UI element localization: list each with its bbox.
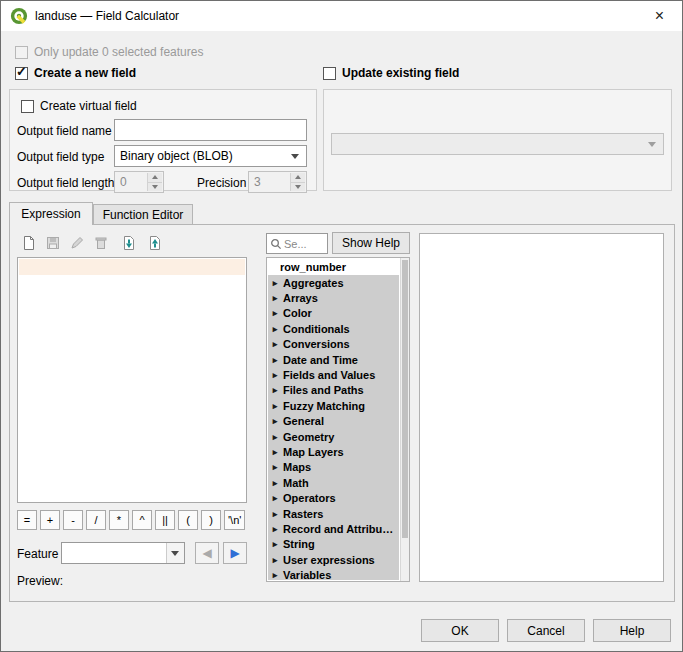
show-help-button[interactable]: Show Help [332,232,410,254]
group-expand-icon: ▸ [271,447,279,457]
group-expand-icon: ▸ [271,355,279,365]
function-group-item[interactable]: ▸ Operators [268,490,399,505]
new-expression-icon[interactable] [17,231,40,254]
function-group-item[interactable]: ▸ Aggregates [268,275,399,290]
function-group-item[interactable]: ▸ Arrays [268,290,399,305]
group-expand-icon: ▸ [271,478,279,488]
operator-button[interactable]: ( [178,510,198,530]
create-new-field-label: Create a new field [34,66,136,80]
operator-button[interactable]: * [109,510,129,530]
operator-button[interactable]: / [86,510,106,530]
checkbox-icon [15,46,28,59]
group-item-label: Rasters [283,508,323,520]
only-update-checkbox: Only update 0 selected features [15,45,203,59]
group-item-label: General [283,415,324,427]
operator-button[interactable]: = [17,510,37,530]
function-list: row_number ▸ Aggregates ▸ Arrays ▸ Color… [266,257,410,582]
function-group-item[interactable]: ▸ Date and Time [268,352,399,367]
group-expand-icon: ▸ [271,524,279,534]
spinner-buttons [147,173,162,191]
group-item-label: Math [283,477,309,489]
search-icon [270,238,282,250]
function-list-scrollbar[interactable] [400,258,409,581]
function-group-item[interactable]: ▸ Fields and Values [268,367,399,382]
next-feature-icon[interactable]: ▶ [223,542,247,564]
export-expressions-icon[interactable] [143,231,166,254]
group-item-label: Date and Time [283,354,358,366]
chevron-down-icon [291,154,299,159]
group-expand-icon: ▸ [271,293,279,303]
save-expression-icon [41,231,64,254]
function-group-item[interactable]: ▸ Variables [268,567,399,580]
expression-editor[interactable] [17,257,247,503]
prev-feature-icon: ◀ [195,542,219,564]
precision-value: 3 [254,175,261,189]
output-field-type-value: Binary object (BLOB) [120,149,233,163]
operator-button[interactable]: - [63,510,83,530]
ok-button[interactable]: OK [421,619,499,642]
operator-button[interactable]: + [40,510,60,530]
function-search[interactable] [266,233,328,254]
tab-function-editor[interactable]: Function Editor [93,204,193,225]
operator-button[interactable]: ^ [132,510,152,530]
group-item-label: Operators [283,492,336,504]
update-existing-field-checkbox[interactable]: Update existing field [323,66,459,80]
function-group-item[interactable]: ▸ Color [268,306,399,321]
editor-current-line [19,259,245,275]
group-item-label: Maps [283,461,311,473]
output-field-length-value: 0 [120,175,127,189]
edit-expression-icon [65,231,88,254]
group-item-label: Aggregates [283,277,344,289]
function-group-item[interactable]: ▸ Conditionals [268,321,399,336]
only-update-label: Only update 0 selected features [34,45,203,59]
checkbox-icon [21,100,34,113]
function-help-panel [419,233,664,582]
operator-row: =+-/*^||()'\n' [17,510,255,530]
function-group-item[interactable]: ▸ User expressions [268,552,399,567]
feature-combobox[interactable] [61,542,185,564]
group-expand-icon: ▸ [271,509,279,519]
feature-input[interactable] [62,543,166,563]
function-item-row-number[interactable]: row_number [268,259,399,275]
import-expressions-icon[interactable] [117,231,140,254]
combo-arrow-segment[interactable] [166,543,184,563]
function-group-item[interactable]: ▸ String [268,537,399,552]
create-new-field-checkbox[interactable]: Create a new field [15,66,136,80]
scrollbar-thumb[interactable] [402,260,408,538]
delete-expression-icon [89,231,112,254]
cancel-button[interactable]: Cancel [507,619,585,642]
output-field-type-label: Output field type [17,150,104,164]
group-item-label: Map Layers [283,446,344,458]
chevron-down-icon [171,551,179,556]
function-group-item[interactable]: ▸ Rasters [268,506,399,521]
feature-label: Feature [17,547,58,561]
function-group-item[interactable]: ▸ Geometry [268,429,399,444]
group-item-label: User expressions [283,554,375,566]
create-virtual-field-checkbox[interactable]: Create virtual field [21,99,137,113]
function-group-item[interactable]: ▸ Map Layers [268,444,399,459]
function-group-item[interactable]: ▸ Maps [268,460,399,475]
function-group-item[interactable]: ▸ Record and Attribu… [268,521,399,536]
checkbox-icon [323,67,336,80]
help-button[interactable]: Help [593,619,671,642]
function-group-item[interactable]: ▸ Conversions [268,337,399,352]
function-group-item[interactable]: ▸ Fuzzy Matching [268,398,399,413]
output-field-type-select[interactable]: Binary object (BLOB) [114,145,307,167]
existing-field-select [331,133,664,155]
close-icon[interactable]: × [637,1,682,31]
function-group-item[interactable]: ▸ General [268,414,399,429]
tab-expression[interactable]: Expression [9,202,93,225]
search-input[interactable] [284,238,324,250]
function-group-item[interactable]: ▸ Files and Paths [268,383,399,398]
operator-button[interactable]: '\n' [224,510,245,530]
function-group-item[interactable]: ▸ Math [268,475,399,490]
group-expand-icon: ▸ [271,385,279,395]
operator-button[interactable]: || [155,510,175,530]
spin-up-icon [295,175,301,179]
output-field-name-input[interactable] [114,119,307,141]
checkbox-checked-icon [15,67,28,80]
group-expand-icon: ▸ [271,462,279,472]
chevron-down-icon [648,142,656,147]
group-item-label: String [283,538,315,550]
operator-button[interactable]: ) [201,510,221,530]
